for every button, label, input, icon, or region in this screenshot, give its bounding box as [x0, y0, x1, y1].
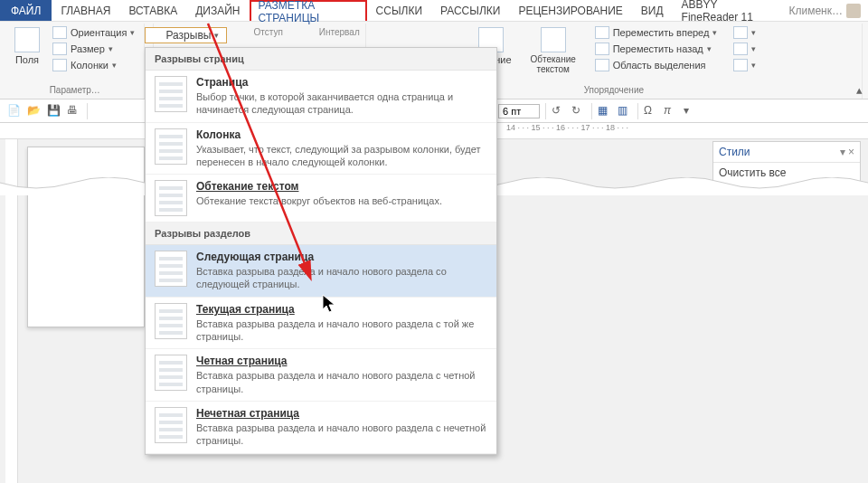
- break-next-page[interactable]: Следующая страница Вставка разрыва разде…: [146, 245, 496, 298]
- bring-forward-icon: [595, 26, 609, 39]
- break-continuous-icon: [155, 303, 187, 339]
- break-odd-page[interactable]: Нечетная страница Вставка разрыва раздел…: [146, 402, 496, 454]
- spacing-spinner[interactable]: [498, 104, 540, 118]
- qat-icon[interactable]: 🖶: [67, 104, 81, 118]
- wrap-text-button[interactable]: Обтекание текстом: [524, 25, 582, 76]
- orientation-button[interactable]: Ориентация: [49, 25, 138, 40]
- qat-icon[interactable]: 📄: [7, 104, 22, 118]
- qat-icon[interactable]: ↺: [552, 104, 566, 118]
- break-page-icon: [155, 76, 187, 112]
- tab-insert[interactable]: ВСТАВКА: [119, 0, 186, 21]
- group-arrange-label: Упорядочение: [584, 83, 644, 99]
- break-next-page-icon: [155, 251, 187, 287]
- align-button[interactable]: [730, 25, 760, 40]
- margins-icon: [14, 27, 40, 52]
- margins-button[interactable]: Поля: [11, 25, 43, 67]
- columns-icon: [52, 59, 67, 71]
- qat-icon[interactable]: π: [664, 104, 678, 118]
- qat-icon[interactable]: ▦: [598, 104, 612, 118]
- qat-icon[interactable]: ↻: [571, 104, 586, 118]
- document-page[interactable]: [27, 147, 145, 327]
- dropdown-section-section-breaks: Разрывы разделов: [146, 223, 496, 245]
- send-backward-button[interactable]: Переместить назад: [591, 42, 722, 56]
- selection-pane-icon: [595, 59, 609, 71]
- rotate-icon: [733, 59, 748, 71]
- tab-references[interactable]: ССЫЛКИ: [367, 0, 431, 21]
- tab-file[interactable]: ФАЙЛ: [0, 0, 52, 21]
- tab-abbyy[interactable]: ABBYY FineReader 11: [673, 0, 782, 21]
- breaks-dropdown: Разрывы страниц Страница Выбор точки, в …: [145, 47, 497, 455]
- size-icon: [52, 43, 67, 55]
- user-account[interactable]: Клименк…: [782, 0, 869, 21]
- styles-close-icon[interactable]: ▾ ×: [840, 146, 854, 158]
- qat-icon[interactable]: ▾: [684, 104, 698, 118]
- ribbon-collapse-icon[interactable]: ▴: [856, 83, 863, 97]
- qat-icon[interactable]: ▥: [618, 104, 632, 118]
- tab-review[interactable]: РЕЦЕНЗИРОВАНИЕ: [509, 0, 631, 21]
- break-continuous[interactable]: Текущая страница Вставка разрыва раздела…: [146, 298, 496, 350]
- group-button[interactable]: [730, 42, 760, 56]
- spacing-label: Интервал: [319, 27, 360, 37]
- dropdown-section-page-breaks: Разрывы страниц: [146, 48, 496, 71]
- qat-icon[interactable]: 💾: [47, 104, 61, 118]
- margins-label: Поля: [15, 54, 39, 65]
- indent-label: Отступ: [253, 27, 282, 37]
- avatar-icon: [846, 4, 861, 18]
- break-even-page[interactable]: Четная страница Вставка разрыва раздела …: [146, 349, 496, 402]
- break-column-icon: [155, 128, 187, 165]
- menu-tabs: ФАЙЛ ГЛАВНАЯ ВСТАВКА ДИЗАЙН РАЗМЕТКА СТР…: [0, 0, 868, 22]
- size-button[interactable]: Размер: [49, 42, 138, 56]
- tab-view[interactable]: ВИД: [632, 0, 673, 21]
- break-even-page-icon: [155, 355, 187, 391]
- align-icon: [733, 26, 748, 39]
- group-page-setup-label: Параметр…: [50, 83, 100, 99]
- break-odd-page-icon: [155, 407, 187, 443]
- qat-icon[interactable]: 📂: [27, 104, 42, 118]
- orientation-icon: [52, 26, 67, 39]
- tab-design[interactable]: ДИЗАЙН: [186, 0, 249, 21]
- break-text-wrapping-icon: [155, 180, 187, 216]
- tab-mailings[interactable]: РАССЫЛКИ: [431, 0, 509, 21]
- columns-button[interactable]: Колонки: [49, 58, 138, 72]
- wrap-text-icon: [541, 27, 566, 52]
- selection-pane-button[interactable]: Область выделения: [591, 58, 722, 72]
- rotate-button[interactable]: [730, 58, 760, 72]
- qat-icon[interactable]: Ω: [644, 104, 658, 118]
- group-icon: [733, 43, 748, 55]
- break-text-wrapping[interactable]: Обтекание текстом Обтекание текста вокру…: [146, 175, 496, 223]
- break-column[interactable]: Колонка Указывает, что текст, следующий …: [146, 123, 496, 175]
- send-backward-icon: [595, 43, 609, 55]
- user-name-label: Клименк…: [789, 5, 844, 17]
- tab-page-layout[interactable]: РАЗМЕТКА СТРАНИЦЫ: [250, 0, 367, 21]
- group-page-setup: Поля Ориентация Размер Колонки Параметр…: [5, 24, 145, 99]
- break-page[interactable]: Страница Выбор точки, в которой заканчив…: [146, 71, 496, 123]
- tab-home[interactable]: ГЛАВНАЯ: [52, 0, 119, 21]
- styles-title: Стили: [719, 146, 750, 158]
- bring-forward-button[interactable]: Переместить вперед: [591, 25, 722, 40]
